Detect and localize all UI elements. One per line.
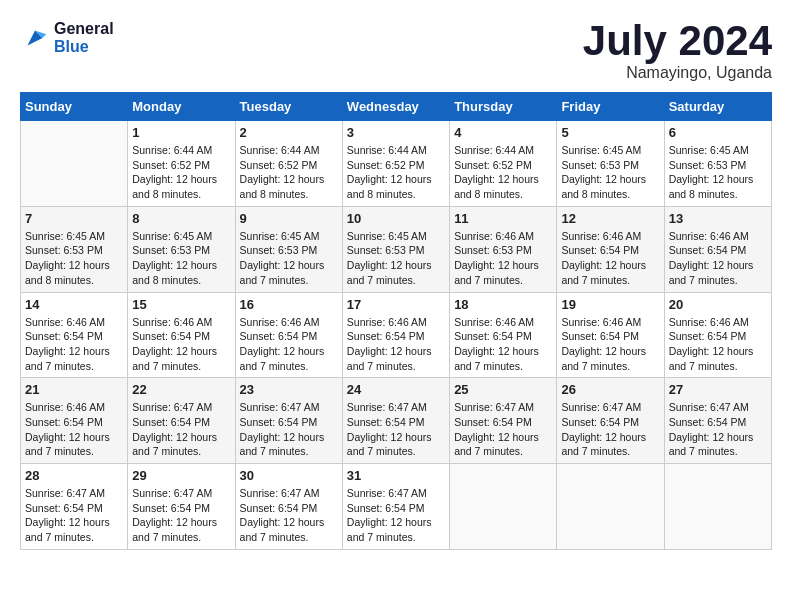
calendar-cell: 24Sunrise: 6:47 AMSunset: 6:54 PMDayligh… — [342, 378, 449, 464]
day-info: Sunrise: 6:47 AMSunset: 6:54 PMDaylight:… — [347, 400, 445, 459]
month-title: July 2024 — [583, 20, 772, 62]
weekday-header-tuesday: Tuesday — [235, 93, 342, 121]
calendar-table: SundayMondayTuesdayWednesdayThursdayFrid… — [20, 92, 772, 550]
calendar-cell: 12Sunrise: 6:46 AMSunset: 6:54 PMDayligh… — [557, 206, 664, 292]
logo-bird-icon — [20, 23, 50, 53]
calendar-cell: 22Sunrise: 6:47 AMSunset: 6:54 PMDayligh… — [128, 378, 235, 464]
calendar-cell: 3Sunrise: 6:44 AMSunset: 6:52 PMDaylight… — [342, 121, 449, 207]
day-info: Sunrise: 6:45 AMSunset: 6:53 PMDaylight:… — [669, 143, 767, 202]
day-number: 15 — [132, 297, 230, 312]
calendar-cell: 19Sunrise: 6:46 AMSunset: 6:54 PMDayligh… — [557, 292, 664, 378]
day-number: 27 — [669, 382, 767, 397]
day-number: 5 — [561, 125, 659, 140]
calendar-cell: 26Sunrise: 6:47 AMSunset: 6:54 PMDayligh… — [557, 378, 664, 464]
day-info: Sunrise: 6:46 AMSunset: 6:54 PMDaylight:… — [669, 229, 767, 288]
day-info: Sunrise: 6:45 AMSunset: 6:53 PMDaylight:… — [347, 229, 445, 288]
day-info: Sunrise: 6:47 AMSunset: 6:54 PMDaylight:… — [240, 486, 338, 545]
calendar-cell — [557, 464, 664, 550]
day-number: 1 — [132, 125, 230, 140]
day-number: 6 — [669, 125, 767, 140]
day-number: 7 — [25, 211, 123, 226]
day-info: Sunrise: 6:47 AMSunset: 6:54 PMDaylight:… — [454, 400, 552, 459]
day-info: Sunrise: 6:46 AMSunset: 6:54 PMDaylight:… — [240, 315, 338, 374]
day-info: Sunrise: 6:45 AMSunset: 6:53 PMDaylight:… — [240, 229, 338, 288]
day-info: Sunrise: 6:46 AMSunset: 6:53 PMDaylight:… — [454, 229, 552, 288]
day-number: 11 — [454, 211, 552, 226]
weekday-header-thursday: Thursday — [450, 93, 557, 121]
day-info: Sunrise: 6:46 AMSunset: 6:54 PMDaylight:… — [25, 400, 123, 459]
calendar-header: SundayMondayTuesdayWednesdayThursdayFrid… — [21, 93, 772, 121]
weekday-header-friday: Friday — [557, 93, 664, 121]
day-number: 21 — [25, 382, 123, 397]
calendar-cell — [21, 121, 128, 207]
day-info: Sunrise: 6:47 AMSunset: 6:54 PMDaylight:… — [25, 486, 123, 545]
day-number: 13 — [669, 211, 767, 226]
calendar-cell: 27Sunrise: 6:47 AMSunset: 6:54 PMDayligh… — [664, 378, 771, 464]
day-info: Sunrise: 6:44 AMSunset: 6:52 PMDaylight:… — [454, 143, 552, 202]
calendar-cell: 13Sunrise: 6:46 AMSunset: 6:54 PMDayligh… — [664, 206, 771, 292]
day-number: 2 — [240, 125, 338, 140]
day-number: 14 — [25, 297, 123, 312]
day-number: 20 — [669, 297, 767, 312]
day-number: 10 — [347, 211, 445, 226]
day-number: 8 — [132, 211, 230, 226]
weekday-header-sunday: Sunday — [21, 93, 128, 121]
calendar-cell: 14Sunrise: 6:46 AMSunset: 6:54 PMDayligh… — [21, 292, 128, 378]
calendar-cell: 15Sunrise: 6:46 AMSunset: 6:54 PMDayligh… — [128, 292, 235, 378]
day-number: 23 — [240, 382, 338, 397]
day-number: 19 — [561, 297, 659, 312]
calendar-body: 1Sunrise: 6:44 AMSunset: 6:52 PMDaylight… — [21, 121, 772, 550]
day-number: 26 — [561, 382, 659, 397]
day-info: Sunrise: 6:46 AMSunset: 6:54 PMDaylight:… — [561, 315, 659, 374]
day-info: Sunrise: 6:45 AMSunset: 6:53 PMDaylight:… — [561, 143, 659, 202]
day-info: Sunrise: 6:44 AMSunset: 6:52 PMDaylight:… — [347, 143, 445, 202]
calendar-cell: 10Sunrise: 6:45 AMSunset: 6:53 PMDayligh… — [342, 206, 449, 292]
calendar-cell: 28Sunrise: 6:47 AMSunset: 6:54 PMDayligh… — [21, 464, 128, 550]
day-info: Sunrise: 6:46 AMSunset: 6:54 PMDaylight:… — [669, 315, 767, 374]
day-info: Sunrise: 6:46 AMSunset: 6:54 PMDaylight:… — [132, 315, 230, 374]
calendar-cell: 23Sunrise: 6:47 AMSunset: 6:54 PMDayligh… — [235, 378, 342, 464]
day-info: Sunrise: 6:46 AMSunset: 6:54 PMDaylight:… — [25, 315, 123, 374]
day-number: 17 — [347, 297, 445, 312]
calendar-cell: 8Sunrise: 6:45 AMSunset: 6:53 PMDaylight… — [128, 206, 235, 292]
calendar-cell: 1Sunrise: 6:44 AMSunset: 6:52 PMDaylight… — [128, 121, 235, 207]
day-info: Sunrise: 6:47 AMSunset: 6:54 PMDaylight:… — [561, 400, 659, 459]
day-info: Sunrise: 6:47 AMSunset: 6:54 PMDaylight:… — [240, 400, 338, 459]
calendar-cell — [664, 464, 771, 550]
day-number: 29 — [132, 468, 230, 483]
weekday-header-monday: Monday — [128, 93, 235, 121]
calendar-cell: 18Sunrise: 6:46 AMSunset: 6:54 PMDayligh… — [450, 292, 557, 378]
day-info: Sunrise: 6:44 AMSunset: 6:52 PMDaylight:… — [240, 143, 338, 202]
calendar-cell: 25Sunrise: 6:47 AMSunset: 6:54 PMDayligh… — [450, 378, 557, 464]
calendar-cell — [450, 464, 557, 550]
day-number: 31 — [347, 468, 445, 483]
day-number: 24 — [347, 382, 445, 397]
location-subtitle: Namayingo, Uganda — [583, 64, 772, 82]
day-info: Sunrise: 6:46 AMSunset: 6:54 PMDaylight:… — [561, 229, 659, 288]
calendar-cell: 7Sunrise: 6:45 AMSunset: 6:53 PMDaylight… — [21, 206, 128, 292]
logo-text: General Blue — [54, 20, 114, 56]
calendar-cell: 16Sunrise: 6:46 AMSunset: 6:54 PMDayligh… — [235, 292, 342, 378]
title-block: July 2024 Namayingo, Uganda — [583, 20, 772, 82]
day-info: Sunrise: 6:45 AMSunset: 6:53 PMDaylight:… — [25, 229, 123, 288]
calendar-cell: 30Sunrise: 6:47 AMSunset: 6:54 PMDayligh… — [235, 464, 342, 550]
calendar-cell: 31Sunrise: 6:47 AMSunset: 6:54 PMDayligh… — [342, 464, 449, 550]
calendar-cell: 6Sunrise: 6:45 AMSunset: 6:53 PMDaylight… — [664, 121, 771, 207]
calendar-cell: 21Sunrise: 6:46 AMSunset: 6:54 PMDayligh… — [21, 378, 128, 464]
calendar-cell: 20Sunrise: 6:46 AMSunset: 6:54 PMDayligh… — [664, 292, 771, 378]
calendar-cell: 5Sunrise: 6:45 AMSunset: 6:53 PMDaylight… — [557, 121, 664, 207]
day-info: Sunrise: 6:46 AMSunset: 6:54 PMDaylight:… — [347, 315, 445, 374]
day-info: Sunrise: 6:45 AMSunset: 6:53 PMDaylight:… — [132, 229, 230, 288]
day-number: 16 — [240, 297, 338, 312]
calendar-cell: 4Sunrise: 6:44 AMSunset: 6:52 PMDaylight… — [450, 121, 557, 207]
day-number: 18 — [454, 297, 552, 312]
calendar-cell: 17Sunrise: 6:46 AMSunset: 6:54 PMDayligh… — [342, 292, 449, 378]
day-info: Sunrise: 6:46 AMSunset: 6:54 PMDaylight:… — [454, 315, 552, 374]
page-header: General Blue July 2024 Namayingo, Uganda — [20, 20, 772, 82]
day-number: 22 — [132, 382, 230, 397]
day-info: Sunrise: 6:47 AMSunset: 6:54 PMDaylight:… — [669, 400, 767, 459]
day-number: 30 — [240, 468, 338, 483]
day-number: 12 — [561, 211, 659, 226]
day-number: 3 — [347, 125, 445, 140]
day-number: 4 — [454, 125, 552, 140]
